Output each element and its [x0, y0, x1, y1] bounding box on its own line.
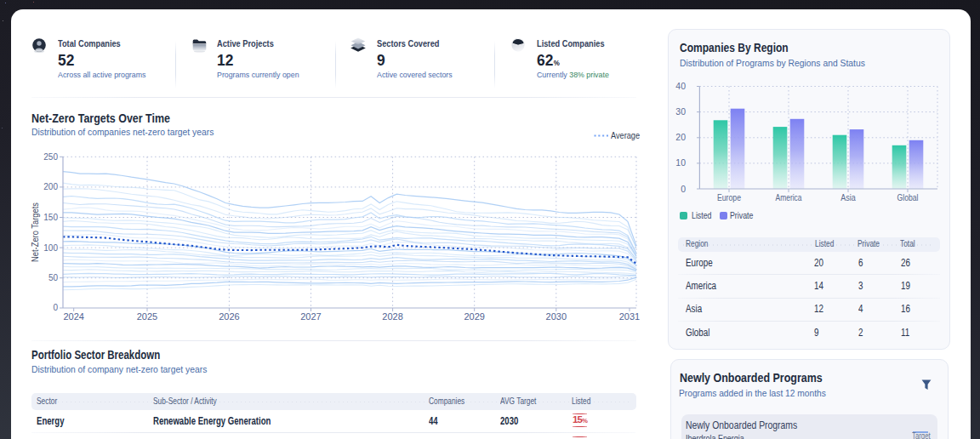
svg-text:2031: 2031 [619, 311, 640, 322]
svg-text:Asia: Asia [840, 192, 856, 202]
svg-text:10: 10 [675, 157, 686, 168]
svg-text:50: 50 [48, 273, 59, 282]
svg-text:2024: 2024 [63, 311, 83, 322]
svg-text:30: 30 [675, 106, 686, 117]
svg-text:2027: 2027 [300, 311, 321, 322]
svg-text:2030: 2030 [546, 311, 567, 322]
svg-text:150: 150 [43, 213, 58, 222]
svg-text:40: 40 [675, 82, 686, 91]
svg-text:0: 0 [681, 184, 686, 194]
svg-text:Net-Zero Targets: Net-Zero Targets [31, 202, 40, 262]
svg-text:2026: 2026 [219, 311, 239, 322]
svg-text:250: 250 [43, 152, 58, 162]
svg-text:0: 0 [53, 303, 58, 312]
svg-text:100: 100 [43, 243, 58, 253]
svg-text:2025: 2025 [137, 311, 157, 322]
svg-text:200: 200 [43, 182, 58, 191]
svg-text:Global: Global [897, 192, 919, 202]
svg-text:20: 20 [675, 132, 686, 142]
svg-text:America: America [776, 192, 803, 202]
svg-text:Europe: Europe [717, 192, 741, 202]
svg-text:2029: 2029 [464, 311, 484, 322]
svg-text:2028: 2028 [382, 311, 402, 322]
